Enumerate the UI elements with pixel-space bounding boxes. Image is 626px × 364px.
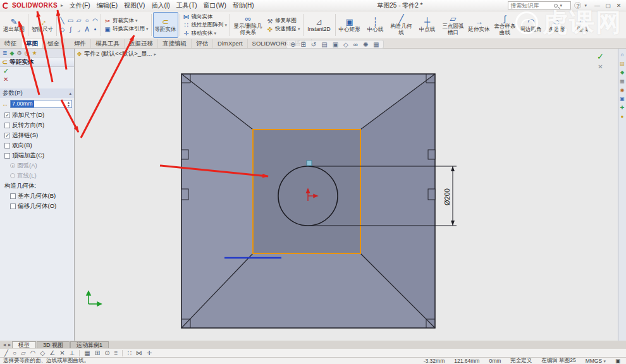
- status-panel-icon[interactable]: ▣: [615, 358, 620, 364]
- previous-view-icon[interactable]: ↺: [311, 41, 316, 48]
- sketch-point-handle[interactable]: [307, 161, 312, 166]
- close-button[interactable]: ✕: [614, 3, 623, 9]
- file-explorer-icon[interactable]: ◆: [620, 70, 624, 75]
- search-input[interactable]: [510, 3, 552, 9]
- sketch-center-icon[interactable]: ⊙: [104, 349, 109, 356]
- property-manager-tab-icon[interactable]: ◆: [10, 50, 15, 56]
- graphics-area[interactable]: Ø200 ❖ 零件2 (默认<<默认>_显... ▸ ✓ ✕: [75, 49, 618, 341]
- line-tool-icon[interactable]: ╲: [58, 16, 66, 25]
- rectangle-tool-icon[interactable]: ▭: [66, 16, 75, 25]
- tab-features[interactable]: 特征: [0, 39, 21, 48]
- collapse-section-icon[interactable]: ▴: [69, 91, 71, 96]
- sketch-arc-icon[interactable]: ◠: [30, 349, 36, 356]
- construction-geometry-button[interactable]: ╱ 构造几何线: [389, 12, 414, 38]
- tab-3d-views[interactable]: 3D 视图: [37, 341, 70, 348]
- point-tool-icon[interactable]: •: [91, 25, 99, 34]
- text-tool-icon[interactable]: A: [83, 25, 91, 34]
- sketch-pattern-icon[interactable]: ∷: [127, 349, 131, 356]
- convert-dropdown-icon[interactable]: ▾: [146, 27, 149, 32]
- view-settings-icon[interactable]: ▦: [373, 41, 379, 48]
- view-orientation-icon[interactable]: ▣: [333, 41, 338, 48]
- sketch-line-icon[interactable]: ╱: [4, 349, 8, 356]
- arc-button[interactable]: ◠ 圆弧: [570, 12, 596, 38]
- center-rectangle-button[interactable]: ▣ 中心矩形: [337, 12, 362, 38]
- select-chain-box[interactable]: ✓: [4, 133, 10, 138]
- units-selector[interactable]: MMGS ▾: [586, 358, 606, 364]
- zoom-fit-icon[interactable]: ⊕: [290, 41, 295, 48]
- view-palette-icon[interactable]: ▦: [620, 78, 625, 84]
- arc-tool-icon[interactable]: ◠: [91, 16, 99, 25]
- tab-direct-editing[interactable]: 直接编辑: [158, 39, 192, 48]
- sketch-mirror-icon[interactable]: ⋈: [136, 349, 142, 356]
- edit-appearance-icon[interactable]: ✺: [363, 41, 368, 48]
- distance-spinner[interactable]: ▲▼: [66, 101, 71, 107]
- section-view-icon[interactable]: ▤: [321, 41, 327, 48]
- tab-evaluate[interactable]: 评估: [192, 39, 213, 48]
- zoom-area-icon[interactable]: ⊞: [300, 41, 305, 48]
- add-dimensions-box[interactable]: ✓: [4, 112, 10, 118]
- bidirectional-checkbox[interactable]: 双向(B): [0, 140, 74, 150]
- dimension-label[interactable]: Ø200: [443, 188, 451, 205]
- linear-pattern-button[interactable]: ∷ 线性草图阵列 ▾: [181, 21, 229, 29]
- polygon-button[interactable]: ◇ 多边形: [544, 12, 570, 38]
- minimize-button[interactable]: —: [592, 3, 602, 9]
- reverse-direction-checkbox[interactable]: 反转方向(R): [0, 120, 74, 130]
- display-delete-relations-button[interactable]: ∞ 显示/删除几何关系: [231, 12, 264, 38]
- tab-motion-study[interactable]: 运动算例1: [70, 341, 109, 348]
- quick-snaps-button[interactable]: ✜ 快速捕捉 ▾: [265, 25, 302, 33]
- configuration-manager-tab-icon[interactable]: ⚙: [16, 50, 21, 56]
- sketch-slot-icon[interactable]: ▱: [21, 349, 26, 356]
- polygon-tool-icon[interactable]: ◇: [58, 25, 66, 34]
- custom-properties-icon[interactable]: ✚: [620, 105, 625, 111]
- menu-view[interactable]: 视图(V): [121, 1, 148, 10]
- reverse-direction-box[interactable]: [4, 123, 10, 128]
- fillet-tool-icon[interactable]: ◞: [75, 25, 83, 34]
- tab-sketch[interactable]: 草图: [21, 39, 43, 48]
- tab-mold-tools[interactable]: 模具工具: [91, 39, 125, 48]
- forum-icon[interactable]: ●: [621, 114, 624, 119]
- sketch-grid-icon[interactable]: ▦: [84, 349, 90, 356]
- linear-pattern-dropdown-icon[interactable]: ▾: [225, 23, 228, 28]
- feature-tree-flyout[interactable]: ❖ 零件2 (默认<<默认>_显... ▸: [77, 50, 156, 58]
- offset-distance-input[interactable]: 7.00mm ▲▼: [10, 100, 72, 108]
- mirror-entities-button[interactable]: ⋈ 镜向实体: [181, 13, 229, 21]
- tab-data-migration[interactable]: 数据迁移: [125, 39, 158, 48]
- sketch-polygon-icon[interactable]: ◇: [40, 349, 46, 356]
- sketch-circle-icon[interactable]: ○: [13, 349, 16, 356]
- tab-scroll-left-icon[interactable]: ◂: [2, 342, 7, 348]
- quick-snaps-dropdown-icon[interactable]: ▾: [298, 27, 300, 32]
- help-button[interactable]: ?: [574, 2, 581, 9]
- sketch-move-icon[interactable]: ✛: [147, 349, 152, 356]
- slot-tool-icon[interactable]: ▱: [75, 16, 83, 25]
- menu-file[interactable]: 文件(F): [66, 1, 94, 10]
- select-chain-checkbox[interactable]: ✓ 选择链(S): [0, 130, 74, 140]
- cap-ends-checkbox[interactable]: 顶端加盖(C): [0, 150, 74, 161]
- base-geometry-box[interactable]: [10, 193, 16, 199]
- search-icon[interactable]: [554, 4, 558, 8]
- tab-scroll-right-icon[interactable]: ▸: [7, 342, 12, 348]
- tab-dimxpert[interactable]: DimXpert: [213, 39, 248, 48]
- move-dropdown-icon[interactable]: ▾: [214, 31, 217, 36]
- three-point-arc-slot-button[interactable]: ▱ 三点圆弧槽口: [441, 12, 466, 38]
- circle-tool-icon[interactable]: ○: [83, 16, 91, 25]
- menu-edit[interactable]: 编辑(E): [94, 1, 121, 10]
- exit-sketch-button[interactable]: ✎ 退出草图: [1, 12, 27, 38]
- instant2d-button[interactable]: ⊿ Instant2D: [305, 12, 334, 38]
- perimeter-fillet-button[interactable]: ◠ 周边圆角: [519, 12, 544, 38]
- trim-dropdown-icon[interactable]: ▾: [135, 18, 138, 23]
- feature-manager-tab-icon[interactable]: ≣: [3, 50, 8, 56]
- parameters-section-header[interactable]: 参数(P) ▴: [0, 88, 74, 98]
- menu-window[interactable]: 窗口(W): [200, 1, 230, 10]
- add-dimensions-checkbox[interactable]: ✓ 添加尺寸(D): [0, 110, 74, 120]
- tab-model[interactable]: 模型: [12, 341, 36, 348]
- sketch-angle-icon[interactable]: ∠: [49, 349, 55, 356]
- offset-entities-button[interactable]: ⊂ 等距实体: [153, 12, 178, 38]
- flyout-expand-icon[interactable]: ▸: [154, 52, 156, 57]
- display-style-icon[interactable]: ◇: [343, 41, 348, 48]
- cancel-button[interactable]: ✕: [3, 76, 8, 83]
- menu-insert[interactable]: 插入(I): [148, 1, 173, 10]
- search-dropdown-icon[interactable]: ▾: [560, 3, 562, 8]
- move-entities-button[interactable]: ✛ 移动实体 ▾: [181, 30, 229, 37]
- sketch-snap-icon[interactable]: ⊞: [95, 349, 100, 356]
- confirm-cancel-button[interactable]: ✕: [598, 63, 603, 70]
